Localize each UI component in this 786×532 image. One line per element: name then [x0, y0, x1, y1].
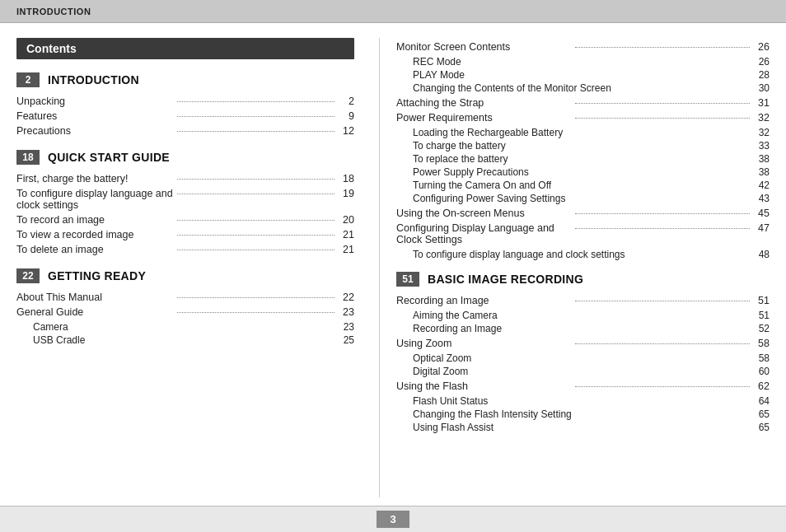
sub-entry-config-lang: To configure display language and clock … — [413, 249, 770, 260]
entry-title: Aiming the Camera — [413, 310, 753, 321]
page-num: 60 — [753, 366, 770, 377]
page-num: 38 — [753, 166, 770, 178]
entry-title: Features — [16, 110, 174, 122]
entry-title: PLAY Mode — [413, 69, 753, 81]
section-22-num: 22 — [16, 268, 40, 283]
toc-entry-strap: Attaching the Strap 31 — [396, 97, 770, 109]
toc-entry-lang: To configure display language and clock … — [16, 188, 354, 211]
entry-title: Camera — [33, 321, 338, 333]
entry-title: Unpacking — [16, 96, 174, 107]
section-2-header: 2 INTRODUCTION — [16, 72, 354, 87]
page-num: 32 — [753, 112, 770, 124]
dots — [575, 386, 751, 387]
dots — [177, 101, 335, 102]
page-num: 32 — [753, 127, 770, 138]
sub-entry-recording-image: Recording an Image 52 — [413, 323, 770, 334]
sub-entry-rec-mode: REC Mode 26 — [413, 56, 770, 68]
entry-title: Loading the Rechargeable Battery — [413, 127, 753, 138]
toc-entry-precautions: Precautions 12 — [16, 125, 354, 137]
entry-title: Monitor Screen Contents — [396, 41, 572, 53]
dots — [177, 250, 335, 250]
page-num: 20 — [338, 214, 354, 226]
page-num: 52 — [753, 323, 770, 334]
page-num: 48 — [753, 249, 770, 260]
toc-entry-general-guide: General Guide 23 — [16, 306, 354, 318]
entry-title: Using the Flash — [396, 380, 572, 392]
toc-entry-view: To view a recorded image 21 — [16, 229, 354, 240]
entry-title: General Guide — [16, 306, 174, 318]
section-22-title: GETTING READY — [48, 269, 146, 282]
page-num: 62 — [753, 380, 770, 392]
page-num: 38 — [753, 153, 770, 165]
entry-title: Configuring Power Saving Settings — [413, 193, 753, 204]
page-num: 31 — [753, 97, 770, 109]
page-num: 30 — [753, 82, 770, 94]
page-num: 23 — [338, 321, 354, 333]
dots — [177, 194, 335, 194]
section-2-title: INTRODUCTION — [48, 73, 139, 86]
toc-entry-charge: First, charge the battery! 18 — [16, 173, 354, 184]
section-2-num: 2 — [16, 72, 40, 87]
page-num: 64 — [753, 395, 770, 407]
dots — [177, 220, 335, 221]
entry-title: Turning the Camera On and Off — [413, 180, 753, 191]
entry-title: Recording an Image — [413, 323, 753, 334]
bottom-bar: 3 — [0, 506, 786, 532]
left-column: Contents 2 INTRODUCTION Unpacking 2 Feat… — [16, 38, 371, 497]
entry-title: Configuring Display Language and Clock S… — [396, 222, 572, 245]
page-num: 21 — [338, 229, 354, 240]
toc-entry-features: Features 9 — [16, 110, 354, 122]
entry-title: Power Requirements — [396, 112, 572, 124]
sub-entry-flash-assist: Using Flash Assist 65 — [413, 422, 770, 433]
page-num: 2 — [338, 96, 354, 107]
page-number: 3 — [377, 511, 409, 528]
page-num: 19 — [338, 188, 354, 199]
toc-entry-zoom: Using Zoom 58 — [396, 338, 770, 349]
page-num: 43 — [753, 193, 770, 204]
entry-title: To delete an image — [16, 244, 174, 255]
section-51-header: 51 BASIC IMAGE RECORDING — [396, 272, 770, 287]
section-18-title: QUICK START GUIDE — [48, 151, 170, 164]
entry-title: Digital Zoom — [413, 366, 753, 377]
toc-entry-config-display: Configuring Display Language and Clock S… — [396, 222, 770, 245]
page-num: 65 — [753, 422, 770, 433]
entry-title: Precautions — [16, 125, 174, 137]
entry-title: To record an image — [16, 214, 174, 226]
entry-title: USB Cradle — [33, 334, 338, 346]
dots — [575, 343, 751, 344]
toc-entry-delete: To delete an image 21 — [16, 244, 354, 255]
page-num: 65 — [753, 408, 770, 420]
sub-entry-digital-zoom: Digital Zoom 60 — [413, 366, 770, 377]
page-num: 23 — [338, 306, 354, 318]
sub-entry-flash-intensity: Changing the Flash Intensity Setting 65 — [413, 408, 770, 420]
dots — [177, 131, 335, 132]
section-51-title: BASIC IMAGE RECORDING — [428, 273, 583, 286]
sub-entry-usb: USB Cradle 25 — [33, 334, 354, 346]
entry-title: Changing the Flash Intensity Setting — [413, 408, 753, 420]
entry-title: Changing the Contents of the Monitor Scr… — [413, 82, 753, 94]
entry-title: Using Zoom — [396, 338, 572, 349]
entry-title: To configure display language and clock … — [413, 249, 753, 260]
entry-title: Power Supply Precautions — [413, 166, 753, 178]
page-num: 12 — [338, 125, 354, 137]
page-num: 42 — [753, 180, 770, 191]
page-num: 18 — [338, 173, 354, 184]
entry-title: First, charge the battery! — [16, 173, 174, 184]
entry-title: Optical Zoom — [413, 352, 753, 364]
dots — [575, 47, 751, 48]
dots — [177, 297, 335, 298]
toc-entry-onscreen-menus: Using the On-screen Menus 45 — [396, 208, 770, 219]
toc-entry-about: About This Manual 22 — [16, 292, 354, 303]
toc-entry-unpacking: Unpacking 2 — [16, 96, 354, 107]
dots — [177, 312, 335, 313]
entry-title: To configure display language and clock … — [16, 188, 174, 211]
page-num: 22 — [338, 292, 354, 303]
page-wrapper: INTRODUCTION Contents 2 INTRODUCTION Unp… — [0, 0, 786, 532]
entry-title: REC Mode — [413, 56, 753, 68]
page-num: 9 — [338, 110, 354, 122]
sub-entry-optical-zoom: Optical Zoom 58 — [413, 352, 770, 364]
dots — [575, 103, 751, 104]
sub-entry-changing-contents: Changing the Contents of the Monitor Scr… — [413, 82, 770, 94]
entry-title: Recording an Image — [396, 295, 572, 306]
page-num: 47 — [753, 222, 770, 234]
